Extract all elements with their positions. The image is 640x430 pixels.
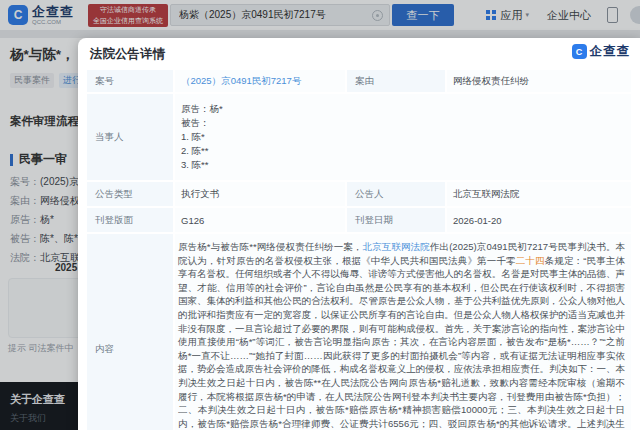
content-label: 内容: [86, 233, 174, 430]
publish-date-value: 2026-01-20: [446, 207, 632, 233]
court-announcement-modal: 法院公告详情 C 企查查 案号 （2025）京0491民初7217号 案由 网络…: [78, 38, 640, 430]
screen: C 企查查 QCC.COM 守法诚信商道传承 全国企业信用查询系统 查一下 应用…: [0, 0, 640, 430]
modal-title: 法院公告详情: [90, 47, 165, 61]
table-row-parties: 当事人 原告：杨* 被告： 1. 陈* 2. 陈** 3. 陈**: [86, 93, 632, 181]
announcer-label: 公告人: [346, 181, 446, 207]
modal-header: 法院公告详情 C 企查查: [78, 38, 640, 64]
cause-value: 网络侵权责任纠纷: [446, 69, 632, 93]
announcement-type-value: 执行文书: [174, 181, 346, 207]
case-no-link[interactable]: （2025）京0491民初7217号: [181, 75, 301, 86]
qcc-logo-icon-small: C: [572, 44, 587, 59]
table-row-page: 刊登版面 G126 刊登日期 2026-01-20: [86, 207, 632, 233]
parties-list: 原告：杨* 被告： 1. 陈* 2. 陈** 3. 陈**: [181, 98, 625, 176]
highlighted-text: 二十四: [516, 255, 545, 266]
announcement-type-label: 公告类型: [86, 181, 174, 207]
court-link[interactable]: 北京互联网法院: [363, 241, 430, 252]
cause-label: 案由: [346, 69, 446, 93]
table-row-case-no: 案号 （2025）京0491民初7217号 案由 网络侵权责任纠纷: [86, 69, 632, 93]
publish-date-label: 刊登日期: [346, 207, 446, 233]
party-defendant-heading: 被告：: [181, 116, 625, 130]
party-plaintiff: 原告：杨*: [181, 102, 625, 116]
announcement-content: 原告杨*与被告陈**网络侵权责任纠纷一案，北京互联网法院作出(2025)京049…: [178, 240, 625, 430]
party-defendant-1: 1. 陈*: [181, 130, 625, 144]
table-row-content: 内容 原告杨*与被告陈**网络侵权责任纠纷一案，北京互联网法院作出(2025)京…: [86, 233, 632, 430]
publish-page-label: 刊登版面: [86, 207, 174, 233]
party-defendant-2: 2. 陈**: [181, 144, 625, 158]
table-row-type: 公告类型 执行文书 公告人 北京互联网法院: [86, 181, 632, 207]
announcement-table: 案号 （2025）京0491民初7217号 案由 网络侵权责任纠纷 当事人 原告…: [86, 69, 632, 430]
case-no-label: 案号: [86, 69, 174, 93]
parties-label: 当事人: [86, 93, 174, 181]
modal-qcc-logo: C 企查查: [572, 43, 631, 60]
publish-page-value: G126: [174, 207, 346, 233]
party-defendant-3: 3. 陈**: [181, 158, 625, 172]
announcer-value: 北京互联网法院: [446, 181, 632, 207]
